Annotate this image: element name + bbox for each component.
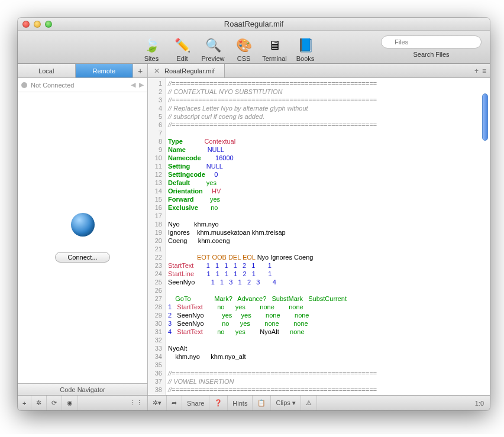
line-gutter: 1234567891011121314151617181920212223242… bbox=[148, 78, 166, 395]
status-item[interactable]: ⚠ bbox=[301, 396, 317, 410]
nav-back-icon[interactable]: ◀ bbox=[131, 81, 135, 89]
status-item[interactable]: Share bbox=[182, 396, 209, 410]
status-item[interactable]: ➦ bbox=[167, 396, 182, 410]
editor-tab-label: RoaatRegular.mif bbox=[164, 67, 215, 75]
sidebar: Local Remote + Not Connected ◀ ▶ Connect… bbox=[18, 64, 148, 395]
toolbar-preview[interactable]: 🔍Preview bbox=[198, 31, 228, 63]
toolbar: 🍃Sites✏️Edit🔍Preview🎨CSS🖥Terminal📘Books … bbox=[18, 31, 490, 64]
toolbar-terminal[interactable]: 🖥Terminal bbox=[259, 31, 290, 63]
app-window: RoaatRegular.mif 🍃Sites✏️Edit🔍Preview🎨CS… bbox=[18, 18, 490, 410]
search-input[interactable] bbox=[381, 35, 482, 48]
status-item[interactable]: ✲ bbox=[31, 396, 47, 410]
main-area: Local Remote + Not Connected ◀ ▶ Connect… bbox=[18, 64, 490, 395]
minimize-window-button[interactable] bbox=[34, 21, 41, 28]
editor-panel: ✕ RoaatRegular.mif + ≡ 12345678910111213… bbox=[148, 64, 490, 395]
books-icon: 📘 bbox=[296, 36, 315, 55]
sites-icon: 🍃 bbox=[142, 36, 161, 55]
css-icon: 🎨 bbox=[234, 36, 253, 55]
status-item[interactable]: Clips ▾ bbox=[271, 396, 301, 410]
search-label: Search Files bbox=[413, 51, 449, 58]
sidebar-drag-handle[interactable]: ⋮⋮ bbox=[125, 396, 147, 410]
toolbar-label: Terminal bbox=[262, 55, 287, 62]
code-area[interactable]: 1234567891011121314151617181920212223242… bbox=[148, 78, 490, 395]
status-dot-icon bbox=[21, 82, 27, 88]
add-editor-tab-button[interactable]: + bbox=[474, 67, 479, 75]
toolbar-label: Preview bbox=[201, 55, 224, 62]
add-tab-button[interactable]: + bbox=[133, 64, 147, 77]
toolbar-label: CSS bbox=[237, 55, 251, 62]
connect-button[interactable]: Connect... bbox=[55, 252, 109, 263]
status-item[interactable]: Hints bbox=[228, 396, 253, 410]
statusbar: +✲⟳◉⋮⋮ ✲▾➦Share❓Hints📋Clips ▾⚠1:0 bbox=[18, 395, 490, 410]
tab-menu-icon[interactable]: ≡ bbox=[482, 67, 486, 75]
toolbar-label: Sites bbox=[144, 55, 159, 62]
zoom-window-button[interactable] bbox=[45, 21, 52, 28]
globe-icon bbox=[71, 213, 95, 237]
tab-remote[interactable]: Remote bbox=[76, 64, 134, 77]
toolbar-books[interactable]: 📘Books bbox=[290, 31, 321, 63]
code-content[interactable]: //======================================… bbox=[166, 78, 490, 395]
connection-status-row: Not Connected ◀ ▶ bbox=[18, 78, 147, 92]
status-item[interactable]: ◉ bbox=[62, 396, 78, 410]
toolbar-label: Books bbox=[296, 55, 315, 62]
editor-tab[interactable]: ✕ RoaatRegular.mif bbox=[148, 64, 225, 77]
window-title: RoaatRegular.mif bbox=[18, 20, 490, 28]
status-item[interactable]: ⟳ bbox=[47, 396, 62, 410]
vertical-scrollbar[interactable] bbox=[482, 93, 488, 141]
nav-forward-icon[interactable]: ▶ bbox=[139, 81, 144, 89]
toolbar-css[interactable]: 🎨CSS bbox=[228, 31, 259, 63]
status-item[interactable]: 📋 bbox=[253, 396, 271, 410]
status-item[interactable]: ❓ bbox=[209, 396, 228, 410]
connect-panel: Connect... bbox=[18, 92, 147, 383]
status-item[interactable]: ✲▾ bbox=[148, 396, 167, 410]
toolbar-sites[interactable]: 🍃Sites bbox=[136, 31, 167, 63]
editor-tabstrip: ✕ RoaatRegular.mif + ≡ bbox=[148, 64, 490, 78]
traffic-lights bbox=[22, 21, 52, 28]
tab-local[interactable]: Local bbox=[18, 64, 76, 77]
connection-status: Not Connected bbox=[31, 82, 74, 89]
toolbar-edit[interactable]: ✏️Edit bbox=[167, 31, 198, 63]
titlebar: RoaatRegular.mif bbox=[18, 18, 490, 31]
terminal-icon: 🖥 bbox=[265, 36, 284, 55]
sidebar-tabs: Local Remote + bbox=[18, 64, 147, 78]
preview-icon: 🔍 bbox=[203, 36, 222, 55]
close-window-button[interactable] bbox=[22, 21, 30, 28]
cursor-position: 1:0 bbox=[475, 400, 490, 407]
code-navigator-header[interactable]: Code Navigator bbox=[18, 383, 147, 395]
close-tab-icon[interactable]: ✕ bbox=[154, 67, 160, 75]
toolbar-label: Edit bbox=[177, 55, 188, 62]
edit-icon: ✏️ bbox=[173, 36, 192, 55]
status-item[interactable]: + bbox=[18, 396, 31, 410]
